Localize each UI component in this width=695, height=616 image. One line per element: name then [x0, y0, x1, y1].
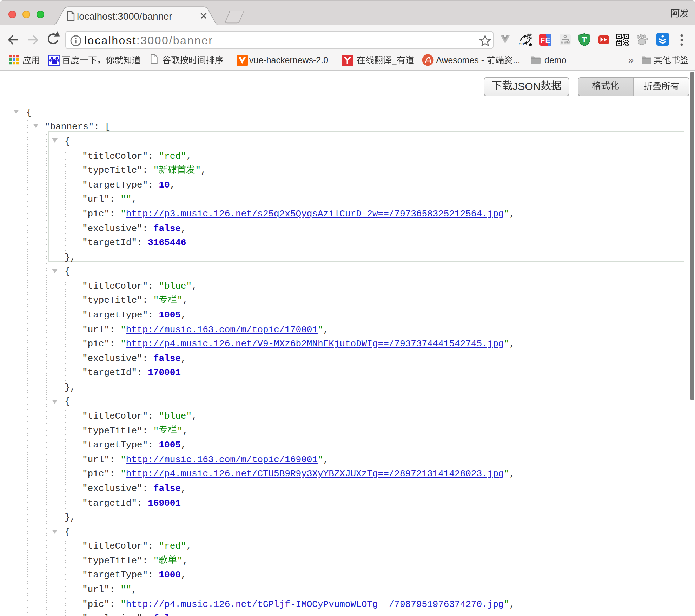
- svg-text:F: F: [540, 36, 545, 45]
- svg-text:en: en: [519, 41, 524, 46]
- svg-text:T: T: [582, 35, 587, 44]
- svg-text:E: E: [545, 36, 550, 45]
